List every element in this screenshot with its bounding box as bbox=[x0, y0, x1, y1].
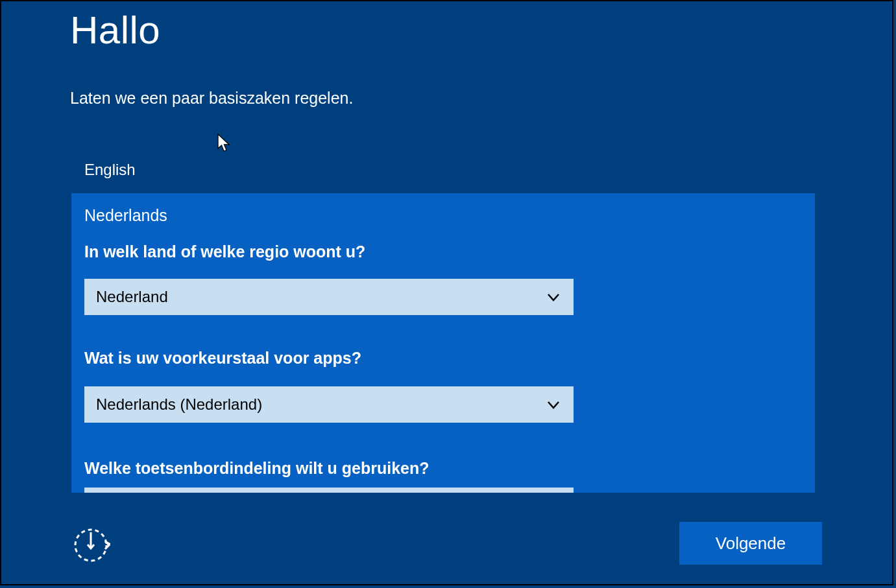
app-language-dropdown[interactable]: Nederlands (Nederland) bbox=[84, 386, 574, 423]
language-option-english[interactable]: English bbox=[84, 161, 136, 179]
language-option-nederlands[interactable]: Nederlands bbox=[84, 206, 167, 225]
page-subtitle: Laten we een paar basiszaken regelen. bbox=[70, 89, 353, 108]
country-region-dropdown[interactable]: Nederland bbox=[84, 279, 574, 315]
keyboard-layout-question: Welke toetsenbordindeling wilt u gebruik… bbox=[84, 459, 430, 478]
selected-language-panel: Nederlands In welk land of welke regio w… bbox=[71, 193, 815, 493]
keyboard-layout-dropdown[interactable] bbox=[84, 488, 574, 493]
app-language-question: Wat is uw voorkeurstaal voor apps? bbox=[84, 349, 361, 368]
page-title: Hallo bbox=[70, 8, 160, 53]
ease-of-access-icon[interactable] bbox=[71, 526, 110, 565]
next-button[interactable]: Volgende bbox=[679, 522, 822, 565]
cursor-icon bbox=[217, 134, 232, 156]
chevron-down-icon bbox=[548, 398, 559, 411]
app-language-value: Nederlands (Nederland) bbox=[96, 395, 262, 414]
country-region-value: Nederland bbox=[96, 288, 168, 306]
oobe-frame: Hallo Laten we een paar basiszaken regel… bbox=[0, 0, 893, 585]
country-region-question: In welk land of welke regio woont u? bbox=[84, 242, 365, 261]
chevron-down-icon bbox=[548, 290, 559, 303]
